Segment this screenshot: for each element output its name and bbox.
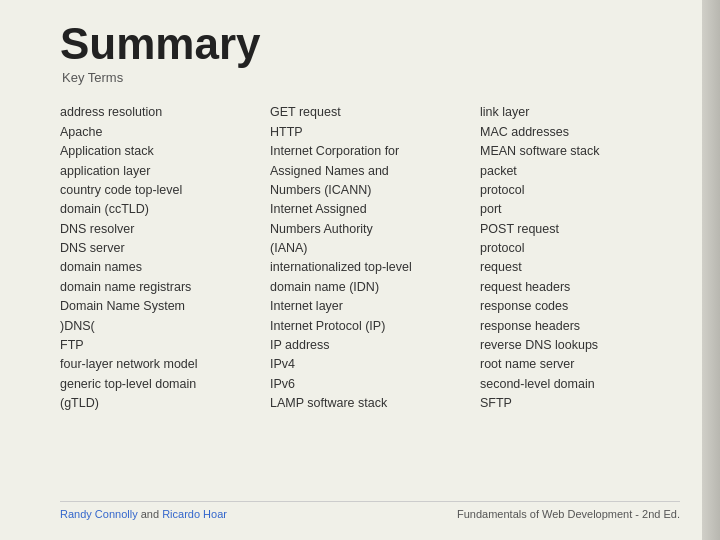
column-2: GET requestHTTPInternet Corporation forA… xyxy=(270,103,470,493)
term-item: Internet Assigned xyxy=(270,200,470,219)
term-item: Application stack xyxy=(60,142,260,161)
term-item: HTTP xyxy=(270,123,470,142)
term-item: request headers xyxy=(480,278,680,297)
author1-link[interactable]: Randy Connolly xyxy=(60,508,138,520)
term-item: request xyxy=(480,258,680,277)
term-item: Internet Corporation for xyxy=(270,142,470,161)
footer: Randy Connolly and Ricardo Hoar Fundamen… xyxy=(60,501,680,520)
column-3: link layerMAC addressesMEAN software sta… xyxy=(480,103,680,493)
term-item: response headers xyxy=(480,317,680,336)
term-item: )DNS( xyxy=(60,317,260,336)
term-item: protocol xyxy=(480,181,680,200)
term-item: response codes xyxy=(480,297,680,316)
author2-link[interactable]: Ricardo Hoar xyxy=(162,508,227,520)
header: Summary Key Terms xyxy=(60,20,680,85)
term-item: Internet layer xyxy=(270,297,470,316)
term-item: country code top-level xyxy=(60,181,260,200)
term-item: (IANA) xyxy=(270,239,470,258)
terms-grid: address resolutionApacheApplication stac… xyxy=(60,103,680,493)
term-item: domain (ccTLD) xyxy=(60,200,260,219)
term-item: domain name (IDN) xyxy=(270,278,470,297)
term-item: IPv6 xyxy=(270,375,470,394)
term-item: IPv4 xyxy=(270,355,470,374)
term-item: GET request xyxy=(270,103,470,122)
term-item: internationalized top-level xyxy=(270,258,470,277)
term-item: Numbers (ICANN) xyxy=(270,181,470,200)
term-item: second-level domain xyxy=(480,375,680,394)
term-item: Apache xyxy=(60,123,260,142)
term-item: four-layer network model xyxy=(60,355,260,374)
term-item: Assigned Names and xyxy=(270,162,470,181)
term-item: protocol xyxy=(480,239,680,258)
term-item: FTP xyxy=(60,336,260,355)
term-item: domain name registrars xyxy=(60,278,260,297)
term-item: IP address xyxy=(270,336,470,355)
term-item: application layer xyxy=(60,162,260,181)
term-item: Domain Name System xyxy=(60,297,260,316)
term-item: domain names xyxy=(60,258,260,277)
term-item: Internet Protocol (IP) xyxy=(270,317,470,336)
term-item: POST request xyxy=(480,220,680,239)
term-item: root name server xyxy=(480,355,680,374)
right-border-decoration xyxy=(702,0,720,540)
term-item: generic top-level domain xyxy=(60,375,260,394)
term-item: DNS resolver xyxy=(60,220,260,239)
term-item: port xyxy=(480,200,680,219)
page-subtitle: Key Terms xyxy=(62,70,680,85)
page-container: Summary Key Terms address resolutionApac… xyxy=(0,0,720,540)
term-item: DNS server xyxy=(60,239,260,258)
footer-connector: and xyxy=(138,508,162,520)
page-title: Summary xyxy=(60,20,680,68)
term-item: link layer xyxy=(480,103,680,122)
term-item: address resolution xyxy=(60,103,260,122)
footer-authors: Randy Connolly and Ricardo Hoar xyxy=(60,508,227,520)
footer-edition: Fundamentals of Web Development - 2nd Ed… xyxy=(457,508,680,520)
term-item: Numbers Authority xyxy=(270,220,470,239)
term-item: MEAN software stack xyxy=(480,142,680,161)
column-1: address resolutionApacheApplication stac… xyxy=(60,103,260,493)
term-item: (gTLD) xyxy=(60,394,260,413)
term-item: reverse DNS lookups xyxy=(480,336,680,355)
term-item: LAMP software stack xyxy=(270,394,470,413)
term-item: MAC addresses xyxy=(480,123,680,142)
term-item: SFTP xyxy=(480,394,680,413)
term-item: packet xyxy=(480,162,680,181)
